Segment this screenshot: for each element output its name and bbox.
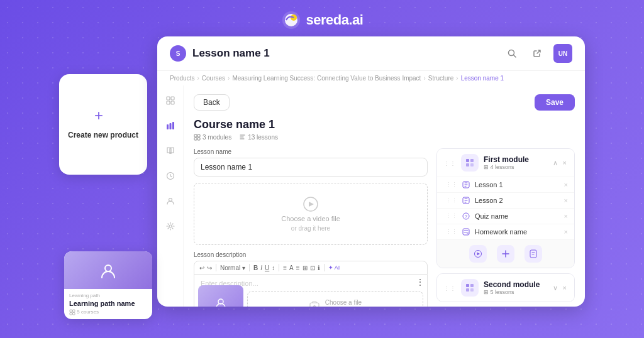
thumbnail-options[interactable]: ⋮ <box>416 277 425 287</box>
course-name: Course name 1 <box>194 118 575 131</box>
file-upload-sub: or drag it here <box>325 306 362 307</box>
toolbar-color[interactable]: A <box>289 264 294 271</box>
svg-line-4 <box>514 55 516 58</box>
breadcrumb-courses[interactable]: Courses <box>202 75 225 82</box>
toolbar-ai[interactable]: ✦ AI <box>328 264 340 271</box>
action-bar: Back Save <box>194 94 575 111</box>
breadcrumb-structure[interactable]: Structure <box>428 75 454 82</box>
svg-rect-16 <box>197 134 200 137</box>
quiz-drag[interactable]: ⋮⋮ <box>446 213 457 219</box>
add-file-btn[interactable] <box>525 245 542 263</box>
lesson-item-1: ⋮⋮ Lesson 1 × <box>437 177 574 192</box>
svg-rect-6 <box>171 97 174 100</box>
file-upload-area[interactable]: Choose a file or drag it here <box>247 291 423 307</box>
svg-point-32 <box>467 232 469 234</box>
svg-rect-39 <box>470 288 474 292</box>
lesson-2-close[interactable]: × <box>564 197 568 204</box>
toolbar-bold[interactable]: B <box>253 264 258 271</box>
lp-meta: 5 courses <box>69 309 147 315</box>
expand-second-btn[interactable]: ∨ <box>552 283 559 293</box>
course-meta: 3 modules 13 lessons <box>194 134 575 141</box>
svg-rect-26 <box>470 163 474 166</box>
close-second-btn[interactable]: × <box>562 283 568 293</box>
lesson-item-quiz: ⋮⋮ ? Quiz name × <box>437 208 574 224</box>
sidebar-book-icon[interactable] <box>163 143 178 158</box>
sidebar-grid-icon[interactable] <box>163 93 178 108</box>
sidebar-settings-icon[interactable] <box>163 219 178 234</box>
thumbnail-area <box>198 285 243 307</box>
video-upload-area[interactable]: Choose a video file or drag it here <box>194 183 428 245</box>
desc-label: Lesson description <box>194 251 428 258</box>
lesson-name-label: Lesson name <box>194 148 428 155</box>
sidebar-clock-icon[interactable] <box>163 168 178 183</box>
file-upload-inline[interactable]: Choose a file or drag it here <box>247 287 423 307</box>
homework-close[interactable]: × <box>564 228 568 236</box>
create-product-card[interactable]: + Create new product <box>59 74 147 175</box>
svg-marker-20 <box>309 202 314 207</box>
collapse-first-btn[interactable]: ∧ <box>552 158 559 168</box>
panel-topbar-right: UN <box>503 44 572 63</box>
breadcrumb-products[interactable]: Products <box>170 75 194 82</box>
quiz-name: Quiz name <box>475 212 559 220</box>
panel-content: Back Save Course name 1 <box>157 85 585 307</box>
toolbar-list[interactable]: ≡ <box>296 264 300 271</box>
svg-rect-18 <box>197 138 200 140</box>
sidebar-user-icon[interactable] <box>163 194 178 209</box>
svg-text:?: ? <box>465 214 467 219</box>
drag-handle-first[interactable]: ⋮⋮ <box>443 160 456 166</box>
toolbar-normal[interactable]: Normal ▾ <box>220 264 245 271</box>
logo: sereda.ai <box>281 10 364 30</box>
homework-drag[interactable]: ⋮⋮ <box>446 229 457 235</box>
right-col: ⋮⋮ <box>436 148 575 307</box>
panel-title-area: S Lesson name 1 <box>170 45 270 62</box>
close-first-btn[interactable]: × <box>562 158 568 168</box>
user-avatar[interactable]: UN <box>553 44 572 63</box>
svg-marker-34 <box>477 253 480 256</box>
top-header: sereda.ai <box>0 0 644 36</box>
lp-label: Learning path <box>69 293 147 298</box>
toolbar-underline[interactable]: U <box>265 264 269 271</box>
lessons-meta: 13 lessons <box>239 134 278 141</box>
svg-rect-45 <box>70 313 72 315</box>
svg-rect-44 <box>73 310 75 312</box>
modules-count: 3 modules <box>203 134 231 141</box>
lesson-item-homework: ⋮⋮ Homework name × <box>437 224 574 239</box>
quiz-close[interactable]: × <box>564 212 568 220</box>
toolbar-strikethrough[interactable]: ↕ <box>272 264 275 271</box>
toolbar-image[interactable]: ⊡ <box>310 264 315 271</box>
svg-rect-24 <box>470 159 474 162</box>
drag-handle-second[interactable]: ⋮⋮ <box>443 285 456 292</box>
editor-body[interactable]: Enter description... ⋮ <box>194 275 428 307</box>
svg-rect-38 <box>466 288 469 292</box>
back-button[interactable]: Back <box>194 94 230 111</box>
lessons-count: 13 lessons <box>248 134 278 141</box>
toolbar-italic[interactable]: I <box>260 264 262 271</box>
lesson-name-input[interactable] <box>194 158 428 177</box>
breadcrumb-course-name[interactable]: Measuring Learning Success: Connecting V… <box>232 75 421 82</box>
svg-rect-37 <box>470 284 474 287</box>
lesson-1-close[interactable]: × <box>564 181 568 188</box>
two-col: Lesson name Choose a video file or drag … <box>194 148 575 307</box>
lesson-1-drag[interactable]: ⋮⋮ <box>446 182 457 188</box>
toolbar-undo[interactable]: ↩ <box>199 264 204 271</box>
lesson-2-drag[interactable]: ⋮⋮ <box>446 197 457 204</box>
module-second-icon <box>461 279 479 297</box>
toolbar-redo[interactable]: ↪ <box>207 264 212 271</box>
sidebar-chart-icon[interactable] <box>163 118 178 133</box>
toolbar-align[interactable]: ≡ <box>283 264 287 271</box>
toolbar-info[interactable]: ℹ <box>318 264 320 271</box>
module-second-lessons: ⊞ 5 lessons <box>484 289 547 295</box>
save-button[interactable]: Save <box>535 94 575 111</box>
add-video-btn[interactable] <box>469 245 487 263</box>
left-col: Lesson name Choose a video file or drag … <box>194 148 428 307</box>
external-link-icon[interactable] <box>528 45 546 62</box>
add-lesson-btn[interactable] <box>497 245 514 263</box>
svg-rect-10 <box>169 123 171 129</box>
search-icon[interactable] <box>503 45 521 62</box>
toolbar-table[interactable]: ⊞ <box>303 264 308 271</box>
svg-rect-43 <box>70 310 72 312</box>
svg-rect-46 <box>73 313 75 315</box>
module-first-header: ⋮⋮ <box>437 149 574 177</box>
module-first-icon <box>461 154 479 172</box>
lp-info: Learning path Learning path name 5 cours… <box>64 289 152 319</box>
